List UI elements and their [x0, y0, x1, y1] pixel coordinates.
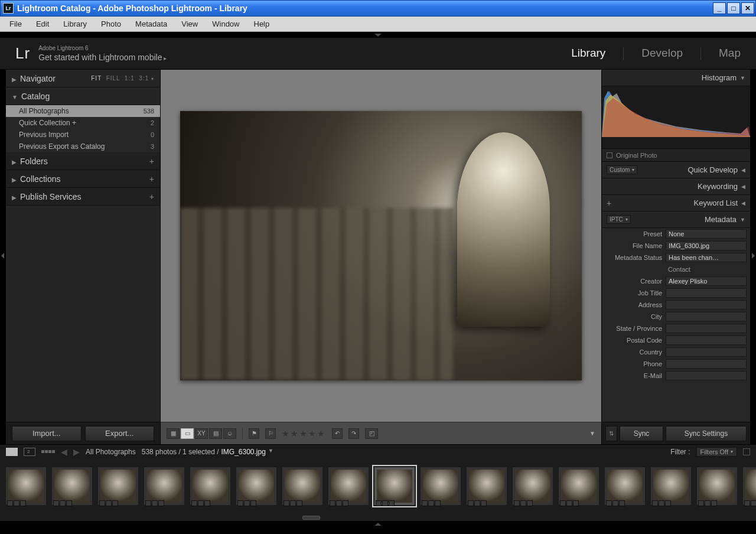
filmstrip-scrollbar[interactable] — [0, 514, 756, 521]
left-panel-grip[interactable] — [0, 70, 6, 444]
thumbnail[interactable] — [190, 467, 230, 505]
module-develop[interactable]: Develop — [641, 47, 683, 61]
grid-icon[interactable] — [41, 450, 55, 453]
window-minimize-button[interactable]: _ — [713, 2, 726, 14]
thumbnail[interactable] — [513, 467, 553, 505]
original-photo-toggle[interactable]: Original Photo — [602, 149, 750, 162]
thumbnail[interactable] — [651, 467, 691, 505]
menu-photo[interactable]: Photo — [94, 18, 128, 30]
thumbnail[interactable] — [328, 467, 369, 505]
quick-develop-title: Quick Develop — [687, 165, 738, 174]
meta-value[interactable] — [666, 359, 747, 369]
toolbar-menu-icon[interactable]: ▼ — [589, 430, 595, 437]
menu-help[interactable]: Help — [247, 18, 277, 30]
flag-reject-icon[interactable]: ⚐ — [265, 428, 276, 439]
thumbnail[interactable] — [6, 467, 46, 505]
loupe-view[interactable] — [161, 70, 601, 422]
thumbnail[interactable] — [421, 467, 461, 505]
metadata-title: Metadata — [705, 215, 737, 224]
section-header[interactable]: ▶Folders+ — [6, 152, 160, 170]
sync-button[interactable]: Sync — [620, 426, 663, 441]
loupe-view-icon[interactable]: ▭ — [181, 428, 194, 439]
filter-lock-icon[interactable] — [743, 448, 750, 455]
menu-file[interactable]: File — [2, 18, 29, 30]
section-header[interactable]: ▶Collections+ — [6, 170, 160, 188]
grid-view-icon[interactable]: ▦ — [167, 428, 180, 439]
menu-metadata[interactable]: Metadata — [128, 18, 174, 30]
checkbox-icon[interactable] — [607, 152, 612, 158]
meta-value[interactable]: Alexey Plisko — [666, 276, 747, 286]
module-library[interactable]: Library — [571, 47, 605, 61]
thumbnail[interactable] — [559, 467, 599, 505]
main-window-icon[interactable] — [6, 448, 18, 456]
meta-value[interactable]: None — [666, 229, 747, 239]
window-maximize-button[interactable]: □ — [727, 2, 740, 14]
meta-label: Creator — [602, 278, 666, 285]
meta-value[interactable] — [666, 300, 747, 310]
compare-view-icon[interactable]: XY — [195, 428, 208, 439]
right-panel-grip[interactable] — [750, 70, 756, 444]
crop-frame-icon[interactable]: ◰ — [365, 428, 378, 439]
rotate-cw-icon[interactable]: ↷ — [348, 428, 359, 439]
meta-value[interactable]: Has been chan… — [666, 253, 747, 262]
meta-value[interactable] — [666, 336, 747, 345]
filmstrip-infobar: 2 ◀ ▶ All Photographs 538 photos / 1 sel… — [0, 444, 756, 458]
catalog-item[interactable]: Quick Collection +2 — [6, 117, 160, 129]
thumbnail[interactable] — [467, 467, 507, 505]
export-button[interactable]: Export... — [85, 426, 155, 441]
navigator-header[interactable]: ▶Navigator FIT FILL 1:1 3:1 ▾ — [6, 70, 160, 87]
thumbnail[interactable] — [374, 467, 415, 505]
keyword-list-header[interactable]: + Keyword List◀ — [602, 195, 750, 211]
second-window-icon[interactable]: 2 — [24, 448, 35, 456]
sync-settings-button[interactable]: Sync Settings — [666, 426, 747, 441]
metadata-header[interactable]: IPTC Metadata▼ — [602, 211, 750, 228]
window-close-button[interactable]: ✕ — [741, 2, 754, 14]
filmstrip[interactable] — [0, 458, 756, 514]
thumbnail[interactable] — [697, 467, 737, 505]
thumbnail[interactable] — [743, 467, 756, 505]
filter-select[interactable]: Filters Off — [696, 447, 737, 457]
nav-back-icon[interactable]: ◀ — [61, 447, 67, 457]
meta-value[interactable] — [666, 312, 747, 321]
add-keyword-icon[interactable]: + — [607, 198, 611, 208]
menu-window[interactable]: Window — [205, 18, 246, 30]
navigator-zoom-modes[interactable]: FIT FILL 1:1 3:1 ▾ — [91, 75, 154, 82]
bottom-panel-grip[interactable] — [0, 521, 756, 529]
meta-value[interactable] — [666, 288, 747, 298]
top-panel-grip[interactable] — [0, 32, 756, 38]
keywording-header[interactable]: Keywording◀ — [602, 178, 750, 195]
catalog-item[interactable]: All Photographs538 — [6, 105, 160, 117]
menu-view[interactable]: View — [174, 18, 205, 30]
meta-value[interactable] — [666, 324, 747, 333]
import-button[interactable]: Import... — [12, 426, 82, 441]
meta-value[interactable]: IMG_6300.jpg — [666, 241, 747, 250]
rating-stars[interactable]: ★★★★★ — [282, 429, 326, 438]
thumbnail[interactable] — [98, 467, 138, 505]
menu-library[interactable]: Library — [56, 18, 94, 30]
thumbnail[interactable] — [144, 467, 184, 505]
catalog-item[interactable]: Previous Export as Catalog3 — [6, 141, 160, 152]
meta-value[interactable] — [666, 347, 747, 357]
nav-forward-icon[interactable]: ▶ — [73, 447, 80, 457]
catalog-item[interactable]: Previous Import0 — [6, 129, 160, 141]
identity-line2[interactable]: Get started with Lightroom mobile — [38, 53, 167, 62]
menu-edit[interactable]: Edit — [29, 18, 56, 30]
thumbnail[interactable] — [282, 467, 322, 505]
catalog-header[interactable]: ▼Catalog — [6, 87, 160, 105]
thumbnail[interactable] — [236, 467, 276, 505]
rotate-ccw-icon[interactable]: ↶ — [332, 428, 343, 439]
metadata-mode-select[interactable]: IPTC — [607, 215, 631, 224]
quick-develop-header[interactable]: Custom Quick Develop◀ — [602, 162, 750, 178]
meta-value[interactable] — [666, 371, 747, 380]
filmstrip-source[interactable]: All Photographs — [86, 448, 136, 456]
people-view-icon[interactable]: ☺ — [223, 428, 236, 439]
quick-develop-preset[interactable]: Custom — [607, 165, 637, 174]
module-map[interactable]: Map — [719, 47, 741, 61]
thumbnail[interactable] — [52, 467, 92, 505]
thumbnail[interactable] — [605, 467, 645, 505]
histogram-header[interactable]: Histogram▼ — [602, 70, 750, 86]
section-header[interactable]: ▶Publish Services+ — [6, 188, 160, 206]
sync-toggle-icon[interactable]: ⇅ — [605, 426, 617, 441]
flag-pick-icon[interactable]: ⚑ — [249, 428, 259, 439]
survey-view-icon[interactable]: ▤ — [209, 428, 222, 439]
